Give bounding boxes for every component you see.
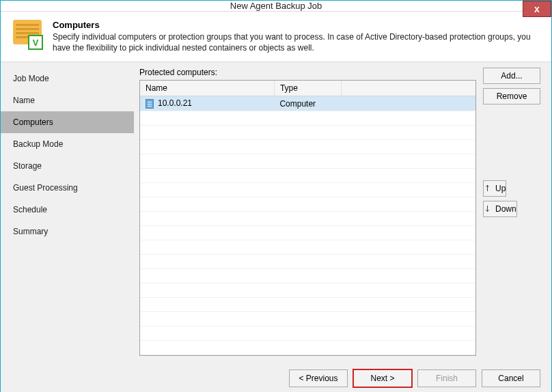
table-row: .: [140, 126, 475, 140]
page-header: V Computers Specify individual computers…: [1, 12, 551, 62]
table-row: .: [140, 111, 475, 126]
column-header-type[interactable]: Type: [274, 81, 341, 96]
table-row: .: [140, 240, 475, 255]
sidebar-item-schedule[interactable]: Schedule: [1, 199, 134, 221]
previous-button[interactable]: < Previous: [289, 369, 348, 387]
table-row: .: [140, 212, 475, 226]
up-label: Up: [495, 184, 506, 193]
wizard-sidebar: Job Mode Name Computers Backup Mode Stor…: [1, 62, 134, 361]
titlebar: New Agent Backup Job x: [1, 1, 551, 12]
next-button[interactable]: Next >: [353, 369, 412, 387]
badge-icon: V: [28, 35, 43, 50]
table-row: .: [140, 298, 475, 312]
sidebar-item-computers[interactable]: Computers: [1, 111, 134, 133]
computer-icon: [146, 99, 154, 109]
window-title: New Agent Backup Job: [230, 1, 322, 11]
sidebar-item-guest-processing[interactable]: Guest Processing: [1, 177, 134, 199]
table-row[interactable]: 10.0.0.21 Computer: [140, 96, 475, 111]
table-label: Protected computers:: [139, 68, 476, 77]
table-row: .: [140, 341, 475, 355]
dialog-body: Job Mode Name Computers Backup Mode Stor…: [1, 62, 551, 361]
table-row: .: [140, 269, 475, 283]
arrow-down-icon: 🡓: [484, 205, 491, 213]
close-icon: x: [534, 3, 540, 14]
side-buttons: Add... Remove 🡑 Up 🡓 Down: [483, 68, 540, 356]
table-row: .: [140, 226, 475, 240]
table-row: .: [140, 326, 475, 341]
remove-button[interactable]: Remove: [483, 88, 540, 104]
sidebar-item-backup-mode[interactable]: Backup Mode: [1, 133, 134, 155]
row-name: 10.0.0.21: [158, 98, 192, 108]
sidebar-item-job-mode[interactable]: Job Mode: [1, 68, 134, 89]
table-row: .: [140, 283, 475, 298]
page-description: Specify individual computers or protecti…: [53, 31, 539, 53]
row-type: Computer: [274, 96, 341, 111]
sidebar-item-storage[interactable]: Storage: [1, 155, 134, 177]
table-row: .: [140, 140, 475, 154]
dialog-window: New Agent Backup Job x V Computers Speci…: [0, 0, 552, 392]
table-row: .: [140, 183, 475, 197]
dialog-footer: < Previous Next > Finish Cancel: [1, 361, 551, 392]
header-icon: V: [12, 18, 44, 51]
add-button[interactable]: Add...: [483, 68, 540, 84]
page-title: Computers: [53, 20, 539, 30]
column-header-blank: [342, 81, 475, 96]
down-label: Down: [495, 204, 516, 214]
main-panel: Protected computers: Name Type: [134, 62, 551, 361]
table-row: .: [140, 255, 475, 269]
cancel-button[interactable]: Cancel: [482, 369, 540, 387]
table-section: Protected computers: Name Type: [139, 68, 476, 356]
table-row: .: [140, 312, 475, 326]
column-header-name[interactable]: Name: [140, 81, 274, 96]
up-button[interactable]: 🡑 Up: [483, 180, 506, 197]
sidebar-item-name[interactable]: Name: [1, 89, 134, 111]
close-button[interactable]: x: [523, 1, 551, 17]
finish-button: Finish: [417, 369, 476, 387]
table-row: .: [140, 197, 475, 212]
arrow-up-icon: 🡑: [484, 184, 491, 193]
sidebar-item-summary[interactable]: Summary: [1, 221, 134, 242]
table-row: .: [140, 154, 475, 169]
down-button[interactable]: 🡓 Down: [483, 201, 517, 217]
protected-computers-table[interactable]: Name Type 10.0.0.21 Computer .: [139, 80, 476, 356]
table-row: .: [140, 169, 475, 183]
